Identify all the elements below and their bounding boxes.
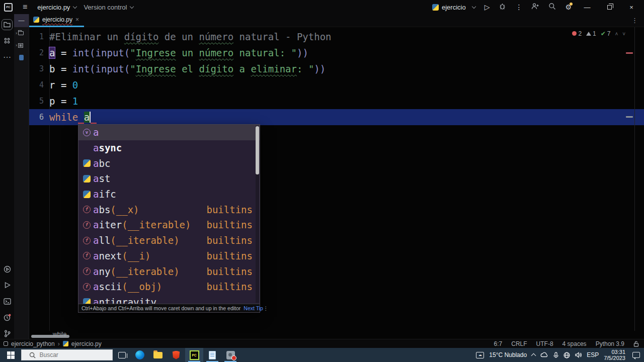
time: 03:31 (604, 349, 625, 355)
scratches-node[interactable] (14, 51, 29, 63)
volume-icon[interactable] (575, 352, 582, 358)
function-icon: f (83, 206, 91, 213)
windows-taskbar: PC ☁ 15°C Nublado ESP 03:31 7/5/2023 (0, 348, 644, 362)
search-input[interactable] (40, 351, 105, 358)
tip-more-icon[interactable]: ⋮ (263, 305, 269, 311)
terminal-tool-button[interactable] (2, 296, 13, 307)
run-tool-button[interactable] (2, 280, 13, 291)
completion-item[interactable]: aifc (78, 187, 260, 202)
version-control-menu[interactable]: Version control (84, 4, 133, 11)
settings-button[interactable]: ⚙ (565, 4, 572, 11)
code-line[interactable]: 2a = int(input("Ingrese un número natura… (29, 45, 644, 61)
settings-notification-dot (570, 3, 573, 6)
line-number: 2 (29, 45, 49, 61)
lock-icon[interactable] (633, 341, 639, 347)
tab-ejercicio-py[interactable]: ejercicio.py × (29, 14, 84, 27)
date: 7/5/2023 (604, 355, 625, 361)
line-separator-widget[interactable]: CRLF (511, 340, 527, 347)
popup-scrollbar[interactable] (256, 126, 259, 303)
completion-item[interactable]: fany(__iterable)builtins (78, 263, 260, 279)
python-icon (83, 175, 91, 183)
completion-item[interactable]: fall(__iterable)builtins (78, 233, 260, 248)
maximize-button[interactable] (603, 4, 616, 11)
breadcrumb-scope[interactable]: while (53, 331, 66, 338)
interpreter-widget[interactable]: Python 3.9 (596, 340, 624, 347)
project-selector[interactable]: ejercicio.py (37, 4, 76, 11)
hide-panel-button[interactable]: — (14, 14, 29, 27)
more-tool-windows-button[interactable]: ⋯ (2, 51, 13, 62)
project-tree-root[interactable]: › (14, 27, 29, 39)
completion-item[interactable]: async (78, 140, 260, 156)
more-actions-button[interactable]: ⋮ (515, 4, 522, 11)
bug-icon (499, 3, 506, 10)
task-view-button[interactable] (113, 348, 131, 362)
completion-item[interactable]: fanext(__i)builtins (78, 248, 260, 264)
run-configuration[interactable]: ejercicio (432, 4, 475, 11)
edge-icon (135, 350, 144, 359)
completion-item[interactable]: abc (78, 155, 260, 171)
code-line[interactable]: 3b = int(input("Ingrese el dígito a elim… (29, 61, 644, 77)
project-panel-collapsed[interactable]: — › › (14, 14, 29, 339)
search-everywhere-button[interactable] (548, 3, 556, 12)
completion-item[interactable]: fabs(__x)builtins (78, 202, 260, 217)
folder-icon (18, 31, 24, 35)
network-globe-icon[interactable] (564, 352, 570, 358)
close-button[interactable]: × (625, 4, 638, 11)
popup-scrollbar-thumb[interactable] (256, 126, 259, 174)
editor-scrollbar-track[interactable] (634, 27, 635, 331)
file-explorer-icon (153, 352, 163, 358)
inspection-nav-arrows[interactable]: ˄ ˅ (615, 31, 627, 37)
taskbar-search[interactable] (21, 349, 113, 360)
taskbar-clock[interactable]: 03:31 7/5/2023 (604, 349, 625, 361)
next-tip-link[interactable]: Next Tip (244, 305, 263, 311)
completion-item[interactable]: fascii(__obj)builtins (78, 279, 260, 295)
completion-item[interactable]: antigravity (78, 295, 260, 304)
file-explorer-button[interactable] (149, 348, 167, 362)
tab-options-icon[interactable]: ⋮ (631, 17, 644, 24)
caret-position-widget[interactable]: 6:7 (494, 340, 503, 347)
recorder-taskbar-button[interactable] (221, 348, 239, 362)
external-libraries-node[interactable]: › (14, 39, 29, 51)
breadcrumb-file[interactable]: ejercicio.py (71, 340, 102, 347)
code-line[interactable]: 1#Eliminar un dígito de un número natura… (29, 29, 644, 45)
action-center-icon[interactable] (632, 352, 640, 358)
minimize-button[interactable]: — (581, 4, 594, 11)
pycharm-logo-icon[interactable]: PC (4, 3, 13, 12)
hidden-icons-chevron[interactable] (531, 353, 536, 358)
run-button[interactable]: ▷ (485, 4, 490, 11)
services-tool-button[interactable] (2, 263, 13, 275)
code-line[interactable]: 6while a (29, 109, 644, 125)
start-button[interactable] (0, 348, 21, 362)
python-file-icon (432, 4, 439, 11)
python-icon (83, 159, 91, 167)
pycharm-taskbar-button[interactable]: PC (185, 348, 203, 362)
indent-widget[interactable]: 4 spaces (562, 340, 587, 347)
code-line[interactable]: 4r = 0 (29, 77, 644, 93)
completion-item[interactable]: ast (78, 171, 260, 187)
main-menu-icon[interactable]: ≡ (20, 3, 30, 12)
project-tool-button[interactable] (2, 19, 13, 30)
commit-tool-button[interactable] (2, 35, 13, 46)
caret-stripe-mark[interactable] (626, 116, 633, 118)
code-with-me-button[interactable] (531, 3, 539, 12)
tab-close-icon[interactable]: × (75, 16, 79, 23)
weather-text[interactable]: 15°C Nublado (489, 351, 527, 358)
module-icon (4, 341, 8, 346)
notepad-taskbar-button[interactable] (203, 348, 221, 362)
inspections-widget[interactable]: 2 1 ✔7 ˄ ˅ (572, 30, 627, 37)
language-indicator[interactable]: ESP (587, 351, 599, 358)
version-control-tool-button[interactable] (2, 328, 13, 339)
commit-icon (4, 37, 11, 44)
cloud-sync-icon[interactable] (540, 352, 548, 358)
brave-button[interactable] (167, 348, 185, 362)
notifications-tool-button[interactable] (2, 312, 13, 323)
edge-button[interactable] (131, 348, 149, 362)
breadcrumb-project[interactable]: ejercicio_python (11, 340, 55, 347)
completion-item[interactable]: faiter(__iterable)builtins (78, 217, 260, 233)
encoding-widget[interactable]: UTF-8 (536, 340, 553, 347)
debug-button[interactable] (499, 3, 506, 12)
completion-item[interactable]: va (78, 125, 260, 140)
microphone-icon[interactable] (553, 352, 558, 358)
error-stripe-mark[interactable] (626, 52, 633, 54)
code-line[interactable]: 5p = 1 (29, 93, 644, 109)
